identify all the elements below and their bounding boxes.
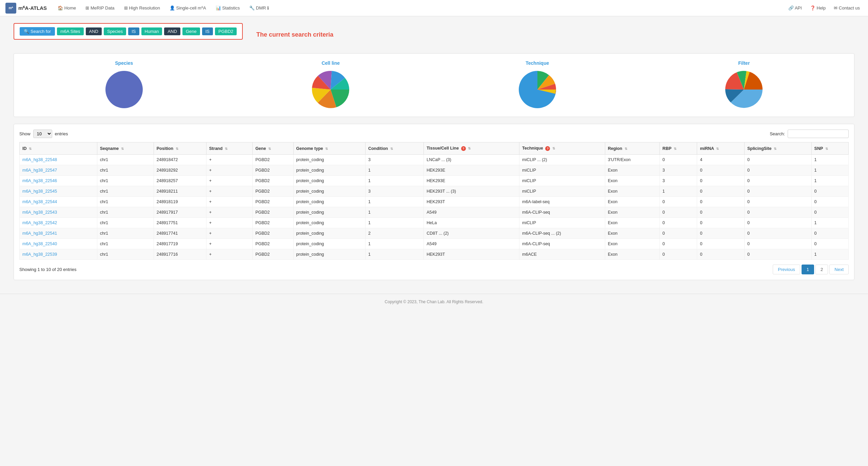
col-region[interactable]: Region ⇅: [605, 142, 659, 155]
cell-genome-type: protein_coding: [293, 186, 365, 197]
chart-cellline-title: Cell line: [321, 60, 340, 66]
cell-splicing: 0: [744, 186, 811, 197]
main-content: 🔍 Search for m6A Sites AND Species IS Hu…: [0, 16, 868, 287]
col-tissue[interactable]: Tissue/Cell Line ? ⇅: [424, 142, 519, 155]
cell-genome-type: protein_coding: [293, 165, 365, 176]
search-button[interactable]: 🔍 Search for: [20, 27, 55, 36]
cell-strand: +: [206, 249, 252, 260]
cell-gene: PGBD2: [253, 249, 293, 260]
cell-splicing: 0: [744, 165, 811, 176]
nav-help[interactable]: ❓ Help: [807, 4, 828, 12]
col-seqname[interactable]: Seqname ⇅: [97, 142, 154, 155]
page-2-button[interactable]: 2: [815, 265, 828, 274]
footer: Copyright © 2023, The Chan Lab. All Righ…: [0, 294, 868, 310]
tag-pgbd2[interactable]: PGBD2: [215, 27, 237, 35]
brand-icon: mᴬ: [5, 3, 16, 14]
chart-technique: Technique: [517, 60, 558, 110]
nav-right: 🔗 API ❓ Help ✉ Contact us: [786, 4, 863, 12]
cell-condition: 2: [365, 228, 423, 239]
id-link[interactable]: m6A_hg38_22540: [22, 241, 57, 246]
chart-species: Species: [104, 60, 144, 110]
next-button[interactable]: Next: [829, 265, 849, 274]
nav-statistics[interactable]: 📊 Statistics: [212, 3, 244, 13]
navbar: mᴬ m⁶A-ATLAS 🏠 Home ⊞ MeRIP Data ⊞ High …: [0, 0, 868, 16]
col-technique[interactable]: Technique ? ⇅: [519, 142, 605, 155]
cell-seqname: chr1: [97, 239, 154, 249]
cell-snp: 0: [811, 186, 848, 197]
tag-m6a-sites[interactable]: m6A Sites: [57, 27, 84, 35]
col-position[interactable]: Position ⇅: [154, 142, 206, 155]
col-rbp[interactable]: RBP ⇅: [659, 142, 697, 155]
cell-rbp: 0: [659, 218, 697, 228]
cell-tissue: HEK293T ... (3): [424, 186, 519, 197]
id-link[interactable]: m6A_hg38_22547: [22, 168, 57, 173]
col-strand[interactable]: Strand ⇅: [206, 142, 252, 155]
tag-gene[interactable]: Gene: [182, 27, 200, 35]
id-link[interactable]: m6A_hg38_22541: [22, 231, 57, 236]
id-link[interactable]: m6A_hg38_22539: [22, 252, 57, 257]
footer-text: Copyright © 2023, The Chan Lab. All Righ…: [385, 299, 484, 304]
cell-snp: 1: [811, 155, 848, 165]
id-link[interactable]: m6A_hg38_22546: [22, 178, 57, 183]
table-footer: Showing 1 to 10 of 20 entries Previous 1…: [19, 265, 849, 274]
tag-human[interactable]: Human: [141, 27, 162, 35]
cell-region: Exon: [605, 165, 659, 176]
id-link[interactable]: m6A_hg38_22543: [22, 210, 57, 215]
tissue-info-icon[interactable]: ?: [461, 146, 466, 151]
col-condition[interactable]: Condition ⇅: [365, 142, 423, 155]
table-wrapper: ID ⇅ Seqname ⇅ Position ⇅ Strand ⇅ Gene …: [19, 142, 849, 260]
cell-tissue: CD8T ... (2): [424, 228, 519, 239]
col-snp[interactable]: SNP ⇅: [811, 142, 848, 155]
tag-species[interactable]: Species: [104, 27, 126, 35]
col-id[interactable]: ID ⇅: [20, 142, 97, 155]
cell-seqname: chr1: [97, 207, 154, 218]
table-search-input[interactable]: [788, 130, 849, 138]
data-table: ID ⇅ Seqname ⇅ Position ⇅ Strand ⇅ Gene …: [19, 142, 849, 260]
svg-point-0: [105, 71, 143, 108]
nav-dmr[interactable]: 🔧 DMR ℹ: [245, 3, 273, 13]
cell-genome-type: protein_coding: [293, 228, 365, 239]
nav-api[interactable]: 🔗 API: [786, 4, 805, 12]
col-splicing[interactable]: SplicingSite ⇅: [744, 142, 811, 155]
entries-select[interactable]: 10 25 50 100: [33, 130, 52, 138]
page-1-button[interactable]: 1: [802, 265, 814, 274]
col-gene[interactable]: Gene ⇅: [253, 142, 293, 155]
cell-splicing: 0: [744, 218, 811, 228]
col-mirna[interactable]: miRNA ⇅: [697, 142, 744, 155]
technique-info-icon[interactable]: ?: [545, 146, 550, 151]
table-row: m6A_hg38_22543 chr1 248917917 + PGBD2 pr…: [20, 207, 849, 218]
cell-seqname: chr1: [97, 165, 154, 176]
cell-seqname: chr1: [97, 176, 154, 186]
tag-and-2: AND: [164, 27, 180, 35]
nav-contact[interactable]: ✉ Contact us: [831, 4, 863, 12]
cell-mirna: 0: [697, 197, 744, 207]
nav-singlecell[interactable]: 👤 Single-cell m⁶A: [165, 3, 210, 13]
id-link[interactable]: m6A_hg38_22544: [22, 199, 57, 204]
nav-highres[interactable]: ⊞ High Resolution: [120, 3, 164, 13]
table-row: m6A_hg38_22541 chr1 248917741 + PGBD2 pr…: [20, 228, 849, 239]
cell-tissue: HEK293E: [424, 165, 519, 176]
nav-merip[interactable]: ⊞ MeRIP Data: [81, 3, 118, 13]
cell-rbp: 0: [659, 228, 697, 239]
cell-splicing: 0: [744, 176, 811, 186]
cell-technique: miCLIP ... (2): [519, 155, 605, 165]
cell-id: m6A_hg38_22543: [20, 207, 97, 218]
cell-snp: 1: [811, 218, 848, 228]
brand-logo[interactable]: mᴬ m⁶A-ATLAS: [5, 3, 47, 14]
cell-tissue: HEK293T: [424, 249, 519, 260]
cell-snp: 1: [811, 176, 848, 186]
col-genome-type[interactable]: Genome type ⇅: [293, 142, 365, 155]
chart-species-svg: [104, 69, 144, 110]
cell-strand: +: [206, 155, 252, 165]
nav-home[interactable]: 🏠 Home: [54, 3, 80, 13]
entries-label: entries: [55, 131, 68, 136]
cell-tissue: LNCaP ... (3): [424, 155, 519, 165]
cell-mirna: 0: [697, 218, 744, 228]
tag-and-1: AND: [86, 27, 102, 35]
prev-button[interactable]: Previous: [773, 265, 800, 274]
id-link[interactable]: m6A_hg38_22545: [22, 189, 57, 194]
id-link[interactable]: m6A_hg38_22548: [22, 157, 57, 162]
cell-splicing: 0: [744, 239, 811, 249]
id-link[interactable]: m6A_hg38_22542: [22, 220, 57, 225]
cell-strand: +: [206, 165, 252, 176]
